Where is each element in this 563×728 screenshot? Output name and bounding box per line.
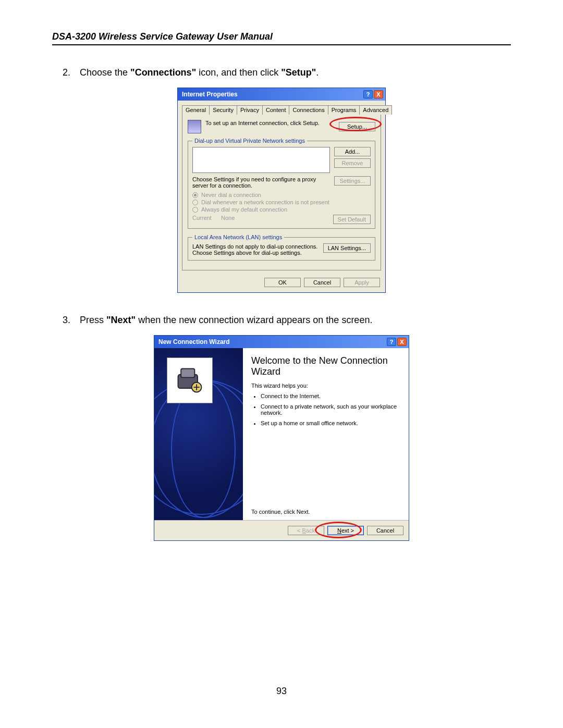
settings-button: Settings... — [334, 176, 371, 186]
dialup-vpn-legend: Dial-up and Virtual Private Network sett… — [192, 138, 307, 144]
proxy-hint-text: Choose Settings if you need to configure… — [192, 176, 330, 189]
wizard-titlebar[interactable]: New Connection Wizard ? X — [154, 336, 409, 348]
list-item: Set up a home or small office network. — [261, 420, 400, 426]
close-icon[interactable]: X — [397, 338, 407, 346]
network-icon — [188, 120, 201, 133]
radio-always-dial: Always dial my default connection — [192, 206, 371, 213]
list-item: Connect to a private network, such as yo… — [261, 403, 400, 416]
lan-settings-button[interactable]: LAN Settings... — [323, 243, 371, 253]
add-button[interactable]: Add... — [334, 147, 371, 156]
setup-button[interactable]: Setup... — [339, 122, 375, 131]
dialog-title: Internet Properties — [182, 91, 238, 98]
ok-button[interactable]: OK — [264, 278, 301, 287]
radio-dial-when-absent: Dial whenever a network connection is no… — [192, 199, 371, 205]
wizard-title: New Connection Wizard — [158, 338, 230, 346]
setup-hint-text: To set up an Internet connection, click … — [205, 120, 335, 126]
set-default-button: Set Default — [333, 215, 371, 224]
tab-content[interactable]: Content — [262, 105, 290, 115]
cancel-button[interactable]: Cancel — [304, 278, 340, 287]
next-button[interactable]: Next >Next > — [327, 526, 364, 535]
tab-general[interactable]: General — [182, 105, 210, 115]
wizard-intro-text: This wizard helps you: — [251, 382, 400, 389]
lan-settings-group: Local Area Network (LAN) settings LAN Se… — [188, 234, 375, 261]
tab-security[interactable]: Security — [209, 105, 237, 115]
wizard-side-icon — [167, 357, 213, 403]
lan-settings-legend: Local Area Network (LAN) settings — [192, 234, 284, 240]
tab-advanced[interactable]: Advanced — [359, 105, 392, 115]
wizard-continue-text: To continue, click Next. — [251, 509, 400, 515]
step-2-text: 2. Choose the "Connections" icon, and th… — [63, 66, 511, 79]
connections-listbox[interactable] — [192, 147, 330, 173]
lan-hint-text: LAN Settings do not apply to dial-up con… — [192, 243, 319, 256]
apply-button: Apply — [344, 278, 380, 287]
tab-strip: General Security Privacy Content Connect… — [182, 105, 381, 114]
step-3-text: 3. Press "Next" when the new connection … — [63, 314, 511, 327]
help-button-icon[interactable]: ? — [363, 90, 373, 98]
new-connection-wizard-dialog: New Connection Wizard ? X — [154, 335, 409, 541]
current-value: None — [221, 215, 235, 221]
wizard-bullet-list: Connect to the Internet. Connect to a pr… — [261, 393, 400, 430]
tab-privacy[interactable]: Privacy — [237, 105, 263, 115]
tab-programs[interactable]: Programs — [328, 105, 360, 115]
page-number: 93 — [0, 686, 563, 697]
wizard-side-banner — [154, 348, 243, 520]
svg-rect-1 — [181, 369, 194, 378]
wizard-heading: Welcome to the New Connection Wizard — [251, 355, 400, 377]
radio-never-dial: Never dial a connection — [192, 192, 371, 198]
dialup-vpn-group: Dial-up and Virtual Private Network sett… — [188, 138, 375, 229]
internet-properties-titlebar[interactable]: Internet Properties ? X — [178, 88, 385, 101]
wizard-cancel-button[interactable]: Cancel — [367, 526, 403, 535]
list-item: Connect to the Internet. — [261, 393, 400, 399]
remove-button: Remove — [334, 158, 371, 168]
tab-connections[interactable]: Connections — [289, 105, 328, 115]
help-button-icon[interactable]: ? — [387, 338, 396, 346]
back-button: < BBackack — [288, 526, 324, 535]
current-label: Current — [192, 215, 212, 221]
page-header: DSA-3200 Wireless Service Gateway User M… — [52, 31, 511, 45]
internet-properties-dialog: Internet Properties ? X General Security… — [177, 88, 386, 293]
close-icon[interactable]: X — [374, 90, 383, 98]
